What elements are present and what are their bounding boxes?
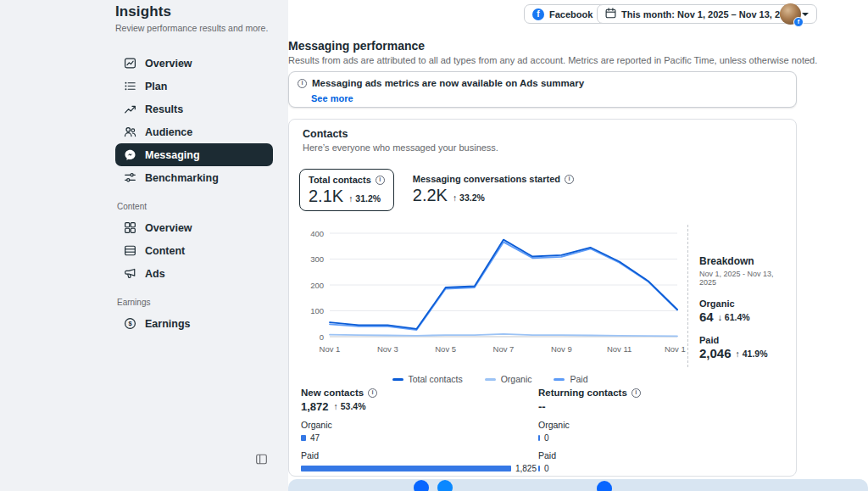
app-circle-icon bbox=[597, 481, 612, 491]
organic-label: Organic bbox=[538, 420, 641, 430]
svg-text:Nov 9: Nov 9 bbox=[551, 344, 572, 354]
svg-text:300: 300 bbox=[310, 254, 324, 264]
legend-marker-icon bbox=[554, 378, 565, 381]
sidebar-item-earnings[interactable]: $ Earnings bbox=[115, 312, 273, 335]
info-icon[interactable] bbox=[376, 176, 385, 185]
new-contacts-delta: ↑ 53.4% bbox=[334, 401, 366, 412]
calendar-icon bbox=[605, 8, 616, 20]
paid-bar-value: 0 bbox=[544, 464, 549, 473]
collapse-sidebar-icon[interactable] bbox=[253, 450, 270, 467]
sidebar-item-label: Messaging bbox=[145, 149, 200, 161]
sidebar-item-messaging[interactable]: Messaging bbox=[115, 143, 273, 166]
legend-label: Organic bbox=[501, 374, 532, 384]
returning-contacts-value: -- bbox=[538, 401, 546, 412]
info-icon[interactable] bbox=[632, 388, 641, 398]
breakdown-paid: Paid 2,046 ↑ 41.9% bbox=[699, 335, 789, 360]
sidebar-item-label: Overview bbox=[145, 58, 192, 70]
sidebar-item-benchmarking[interactable]: Benchmarking bbox=[115, 166, 273, 189]
sidebar-item-results[interactable]: Results bbox=[115, 98, 273, 120]
legend-total-contacts[interactable]: Total contacts bbox=[392, 374, 463, 384]
sidebar-item-overview[interactable]: Overview bbox=[115, 52, 273, 75]
metric-value: 2.1K bbox=[309, 187, 343, 204]
app-circle-icon bbox=[437, 480, 453, 491]
organic-bar bbox=[301, 435, 306, 441]
sidebar-item-label: Ads bbox=[145, 268, 165, 280]
breakdown-value: 2,046 bbox=[699, 347, 732, 360]
legend-marker-icon bbox=[485, 378, 496, 381]
svg-text:Nov 7: Nov 7 bbox=[493, 344, 515, 354]
chart-breakdown-divider bbox=[687, 225, 688, 367]
paid-bar bbox=[301, 466, 511, 471]
breakdown-label: Paid bbox=[699, 335, 789, 345]
see-more-link[interactable]: See more bbox=[311, 93, 353, 103]
organic-bar-value: 47 bbox=[310, 433, 320, 443]
metric-label: Total contacts bbox=[309, 175, 371, 185]
facebook-badge-icon bbox=[793, 17, 804, 27]
sidebar-subtitle: Review performance results and more. bbox=[115, 23, 280, 33]
new-contacts-label: New contacts bbox=[301, 388, 364, 398]
next-section-strip bbox=[288, 479, 868, 491]
breakdown-title: Breakdown bbox=[699, 255, 789, 267]
breakdown-panel: Breakdown Nov 1, 2025 - Nov 13, 2025 Org… bbox=[699, 255, 789, 360]
legend-paid[interactable]: Paid bbox=[554, 374, 587, 384]
sidebar-item-label: Audience bbox=[145, 126, 192, 138]
svg-text:Nov 13: Nov 13 bbox=[665, 344, 686, 354]
returning-contacts-block: Returning contacts -- Organic 0 Paid 0 bbox=[537, 388, 641, 473]
page-title: Messaging performance bbox=[288, 39, 425, 53]
contacts-chart: 0100200300400Nov 1Nov 3Nov 5Nov 7Nov 9No… bbox=[294, 223, 686, 360]
contacts-line-chart: 0100200300400Nov 1Nov 3Nov 5Nov 7Nov 9No… bbox=[294, 223, 686, 357]
paid-bar-value: 1,825 bbox=[515, 464, 537, 473]
plan-icon bbox=[123, 80, 136, 93]
results-icon bbox=[123, 103, 136, 116]
contacts-title: Contacts bbox=[303, 128, 348, 140]
metric-messaging-conversations-started[interactable]: Messaging conversations started 2.2K ↑ 3… bbox=[404, 169, 582, 211]
legend-marker-icon bbox=[392, 378, 403, 381]
megaphone-icon bbox=[123, 267, 136, 281]
sidebar-nav: Overview Plan Results Audience Messaging… bbox=[115, 52, 273, 335]
returning-contacts-label: Returning contacts bbox=[538, 388, 627, 398]
sidebar-item-label: Benchmarking bbox=[145, 172, 219, 184]
metric-label: Messaging conversations started bbox=[413, 174, 560, 184]
facebook-logo-icon bbox=[532, 8, 544, 20]
svg-text:Nov 5: Nov 5 bbox=[435, 344, 456, 354]
content-icon bbox=[123, 244, 136, 258]
breakdown-delta: ↑ 41.9% bbox=[736, 349, 768, 360]
sidebar-item-audience[interactable]: Audience bbox=[115, 120, 273, 143]
sidebar-item-label: Earnings bbox=[145, 318, 191, 330]
sidebar-section-content: Content bbox=[117, 202, 273, 211]
organic-bar bbox=[538, 435, 540, 441]
svg-text:0: 0 bbox=[320, 332, 324, 342]
organic-label: Organic bbox=[301, 420, 537, 430]
metric-value: 2.2K bbox=[413, 187, 448, 204]
facebook-dropdown-label: Facebook bbox=[549, 9, 593, 20]
banner-text: Messaging ads metrics are now available … bbox=[312, 78, 584, 88]
page-subtitle: Results from ads are attributed to all a… bbox=[288, 55, 817, 65]
dollar-circle-icon: $ bbox=[123, 317, 136, 331]
breakdown-value: 64 bbox=[699, 310, 714, 323]
info-icon[interactable] bbox=[368, 388, 377, 398]
breakdown-date-range: Nov 1, 2025 - Nov 13, 2025 bbox=[699, 270, 789, 287]
metric-total-contacts[interactable]: Total contacts 2.1K ↑ 31.2% bbox=[299, 169, 394, 211]
sidebar-section-earnings: Earnings bbox=[117, 298, 273, 307]
sidebar-item-content[interactable]: Content bbox=[115, 239, 273, 262]
sidebar-item-content-overview[interactable]: Overview bbox=[115, 216, 273, 239]
contacts-subtitle: Here’s everyone who messaged your busine… bbox=[303, 142, 498, 153]
svg-text:100: 100 bbox=[310, 306, 324, 315]
sidebar-item-ads[interactable]: Ads bbox=[115, 262, 273, 285]
paid-label: Paid bbox=[538, 450, 641, 460]
legend-label: Paid bbox=[570, 374, 587, 384]
date-range-label: This month: Nov 1, 2025 – Nov 13, 2025 bbox=[621, 9, 795, 20]
organic-bar-value: 0 bbox=[544, 433, 549, 443]
svg-text:Nov 1: Nov 1 bbox=[320, 344, 341, 354]
grid-icon bbox=[123, 221, 136, 235]
contacts-bottom-metrics: New contacts 1,872 ↑ 53.4% Organic 47 Pa… bbox=[296, 388, 641, 473]
metric-delta: ↑ 33.2% bbox=[453, 192, 485, 204]
sidebar-item-plan[interactable]: Plan bbox=[115, 75, 273, 98]
avatar[interactable] bbox=[780, 3, 801, 25]
sidebar-item-label: Overview bbox=[145, 222, 192, 234]
svg-text:$: $ bbox=[128, 320, 132, 327]
audience-icon bbox=[123, 126, 136, 139]
info-icon[interactable] bbox=[565, 175, 574, 184]
legend-organic[interactable]: Organic bbox=[485, 374, 532, 384]
legend-label: Total contacts bbox=[409, 374, 463, 384]
